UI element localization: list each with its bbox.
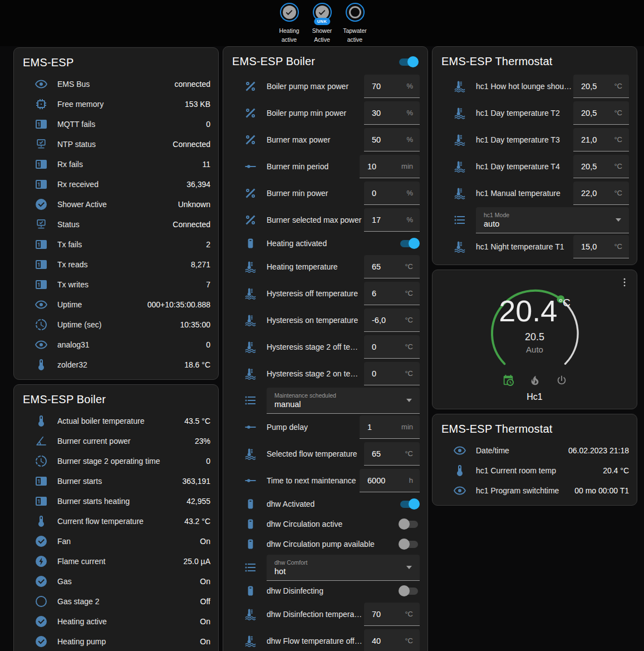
- entity-row-hc1-night-temperature-t1[interactable]: hc1 Night temperature T115,0°C: [432, 233, 637, 260]
- entity-row-uptime-sec[interactable]: Uptime (sec)10:35:00: [14, 315, 218, 335]
- number-input-dhw-flow-temperature-offset[interactable]: 40°C: [364, 629, 420, 651]
- entity-row-heating-activated[interactable]: Heating activated: [223, 233, 427, 253]
- tapwater-active-badge[interactable]: Tapwater active: [341, 3, 369, 45]
- entity-row-burner-current-power[interactable]: Burner current power23%: [14, 431, 218, 451]
- entity-row-boiler-pump-min-power[interactable]: Boiler pump min power30%: [223, 100, 427, 126]
- entity-row-tx-writes[interactable]: Tx writes7: [14, 275, 218, 295]
- tapwater-active-badge-circle[interactable]: [346, 3, 365, 22]
- number-input-hc1-manual-temperature[interactable]: 22,0°C: [573, 182, 629, 205]
- number-input-burner-min-period[interactable]: 10min: [360, 155, 420, 178]
- entity-row-boiler-pump-max-power[interactable]: Boiler pump max power70%: [223, 73, 427, 100]
- toggle-dhw-circulation-pump-available[interactable]: [399, 539, 420, 550]
- thermostat-dial[interactable]: 20.4°C20.5Auto: [478, 277, 592, 370]
- number-input-burner-min-power[interactable]: 0%: [364, 182, 420, 205]
- entity-row-shower-active[interactable]: Shower ActiveUnknown: [14, 194, 218, 214]
- entity-row-burner-max-power[interactable]: Burner max power50%: [223, 126, 427, 153]
- entity-row-gas-stage-2[interactable]: Gas stage 2Off: [14, 591, 218, 611]
- entity-row-heating-active[interactable]: Heating activeOn: [14, 611, 218, 632]
- number-input-boiler-pump-min-power[interactable]: 30%: [364, 101, 420, 125]
- entity-row-status[interactable]: StatusConnected: [14, 214, 218, 234]
- number-input-dhw-disinfection-temperature[interactable]: 70°C: [364, 603, 420, 626]
- entity-row-heating-temperature[interactable]: Heating temperature65°C: [223, 253, 427, 280]
- entity-row-flame-current[interactable]: Flame current25.0 µA: [14, 551, 218, 571]
- entity-row-dhw-flow-temperature-offset[interactable]: dhw Flow temperature offset40°C: [223, 628, 427, 651]
- entity-row-zolder32[interactable]: zolder3218.6 °C: [14, 355, 218, 375]
- entity-row-hc1-program-switchtime[interactable]: hc1 Program switchtime00 mo 00:00 T1: [432, 481, 637, 501]
- entity-row-hysteresis-on-temperature[interactable]: Hysteresis on temperature-6,0°C: [223, 307, 427, 334]
- entity-row-dhw-activated[interactable]: dhw Activated: [223, 494, 427, 514]
- entity-row-tx-reads[interactable]: Tx reads8,271: [14, 254, 218, 275]
- entity-row-tx-fails[interactable]: Tx fails2: [14, 234, 218, 254]
- number-input-heating-temperature[interactable]: 65°C: [364, 255, 420, 278]
- number-input-hc1-night-temperature-t1[interactable]: 15,0°C: [573, 235, 629, 258]
- entity-row-dhw-circulation-pump-available[interactable]: dhw Circulation pump available: [223, 534, 427, 554]
- fire-icon[interactable]: [528, 374, 542, 387]
- heating-active-badge[interactable]: Heating active: [276, 3, 303, 45]
- power-icon[interactable]: [555, 374, 568, 387]
- entity-row-rx-fails[interactable]: Rx fails11: [14, 154, 218, 174]
- entity-row-date-time[interactable]: Date/time06.02.2023 21:18: [432, 440, 637, 461]
- entity-row-hc1-day-temperature-t4[interactable]: hc1 Day temperature T420,5°C: [432, 153, 637, 180]
- number-input-hc1-day-temperature-t4[interactable]: 20,5°C: [573, 155, 629, 178]
- entity-row-current-flow-temperature[interactable]: Current flow temperature43.2 °C: [14, 511, 218, 531]
- number-input-hysteresis-off-temperature[interactable]: 6°C: [364, 282, 420, 305]
- entity-row-burner-stage-2-operating-time[interactable]: Burner stage 2 operating time0: [14, 451, 218, 471]
- entity-row-dhw-circulation-active[interactable]: dhw Circulation active: [223, 514, 427, 534]
- toggle-dhw-circulation-active[interactable]: [399, 518, 420, 530]
- entity-row-hc1-day-temperature-t3[interactable]: hc1 Day temperature T321,0°C: [432, 126, 637, 153]
- entity-row-pump-delay[interactable]: Pump delay1min: [223, 414, 427, 440]
- entity-row-hysteresis-off-temperature[interactable]: Hysteresis off temperature6°C: [223, 280, 427, 307]
- number-input-hysteresis-on-temperature[interactable]: -6,0°C: [364, 309, 420, 332]
- number-input-selected-flow-temperature[interactable]: 65°C: [364, 442, 420, 466]
- entity-row-hysteresis-stage-2-off-temp[interactable]: Hysteresis stage 2 off temp...0°C: [223, 334, 427, 360]
- entity-row-hc1-how-hot-lounge-should[interactable]: hc1 How hot lounge should...20,5°C: [432, 73, 637, 100]
- entity-row-heating-pump[interactable]: Heating pumpOn: [14, 632, 218, 651]
- entity-row-dhw-comfort[interactable]: dhw Comforthot: [223, 554, 427, 581]
- entity-row-burner-selected-max-power[interactable]: Burner selected max power17%: [223, 207, 427, 233]
- entity-row-free-memory[interactable]: Free memory153 KB: [14, 94, 218, 114]
- entity-row-fan[interactable]: FanOn: [14, 531, 218, 551]
- toggle-dhw-activated[interactable]: [399, 498, 420, 510]
- heating-active-badge-circle[interactable]: [280, 3, 299, 22]
- select-dhw-comfort[interactable]: dhw Comforthot: [267, 555, 420, 581]
- number-input-hysteresis-stage-2-on-temp[interactable]: 0°C: [364, 362, 420, 385]
- entity-row-hc1-day-temperature-t2[interactable]: hc1 Day temperature T220,5°C: [432, 100, 637, 126]
- entity-row-dhw-disinfection-temperature[interactable]: dhw Disinfection temperature70°C: [223, 601, 427, 628]
- entity-row-actual-boiler-temperature[interactable]: Actual boiler temperature43.5 °C: [14, 411, 218, 431]
- entity-row-maintenance-scheduled[interactable]: Maintenance scheduledmanual: [223, 387, 427, 414]
- card-header-toggle[interactable]: [397, 56, 419, 67]
- number-input-time-to-next-maintenance[interactable]: 6000h: [360, 469, 420, 492]
- entity-row-ems-bus[interactable]: EMS Busconnected: [14, 74, 218, 94]
- entity-row-mqtt-fails[interactable]: MQTT fails0: [14, 114, 218, 134]
- entity-row-selected-flow-temperature[interactable]: Selected flow temperature65°C: [223, 440, 427, 467]
- select-hc1-mode[interactable]: hc1 Modeauto: [476, 207, 629, 233]
- toggle-dhw-disinfecting[interactable]: [399, 585, 420, 596]
- number-input-burner-max-power[interactable]: 50%: [364, 128, 420, 151]
- entity-row-burner-starts[interactable]: Burner starts363,191: [14, 471, 218, 491]
- number-input-hysteresis-stage-2-off-temp[interactable]: 0°C: [364, 335, 420, 359]
- calendar-clock-icon[interactable]: [502, 374, 515, 387]
- number-input-boiler-pump-max-power[interactable]: 70%: [364, 75, 420, 98]
- entity-row-rx-received[interactable]: Rx received36,394: [14, 174, 218, 194]
- select-maintenance-scheduled[interactable]: Maintenance scheduledmanual: [267, 388, 420, 414]
- entity-row-hc1-current-room-temp[interactable]: hc1 Current room temp20.4 °C: [432, 461, 637, 481]
- number-input-burner-selected-max-power[interactable]: 17%: [364, 208, 420, 232]
- entity-row-hc1-mode[interactable]: hc1 Modeauto: [432, 207, 637, 233]
- entity-row-gas[interactable]: GasOn: [14, 571, 218, 591]
- entity-row-burner-min-period[interactable]: Burner min period10min: [223, 153, 427, 180]
- entity-row-analog31[interactable]: analog310: [14, 335, 218, 355]
- entity-row-hysteresis-stage-2-on-temp[interactable]: Hysteresis stage 2 on temp...0°C: [223, 360, 427, 387]
- shower-active-badge-circle[interactable]: UNK: [313, 3, 332, 22]
- number-input-pump-delay[interactable]: 1min: [360, 415, 420, 439]
- entity-row-burner-min-power[interactable]: Burner min power0%: [223, 180, 427, 207]
- toggle-heating-activated[interactable]: [399, 238, 420, 249]
- number-input-hc1-day-temperature-t3[interactable]: 21,0°C: [573, 128, 629, 151]
- entity-row-ntp-status[interactable]: NTP statusConnected: [14, 134, 218, 154]
- entity-row-uptime[interactable]: Uptime000+10:35:00.888: [14, 295, 218, 315]
- shower-active-badge[interactable]: UNKShower Active: [308, 3, 336, 45]
- entity-row-time-to-next-maintenance[interactable]: Time to next maintenance6000h: [223, 467, 427, 494]
- entity-row-dhw-disinfecting[interactable]: dhw Disinfecting: [223, 581, 427, 601]
- entity-row-burner-starts-heating[interactable]: Burner starts heating42,955: [14, 491, 218, 511]
- entity-row-hc1-manual-temperature[interactable]: hc1 Manual temperature22,0°C: [432, 180, 637, 207]
- dots-vertical-icon[interactable]: [618, 276, 631, 289]
